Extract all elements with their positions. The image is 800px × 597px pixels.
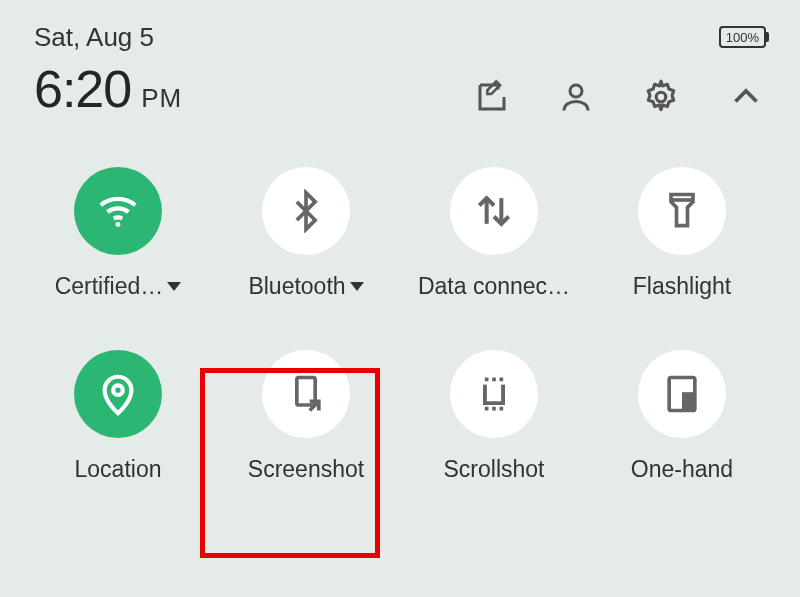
svg-point-2 [116,222,121,227]
tile-label: Bluetooth [248,273,363,300]
svg-point-4 [113,385,123,395]
tile-flashlight[interactable]: Flashlight [588,167,776,300]
tile-bluetooth[interactable]: Bluetooth [212,167,400,300]
date-time: Sat, Aug 5 6:20 PM [34,22,182,119]
time-row: 6:20 PM [34,59,182,119]
gear-icon[interactable] [642,78,680,116]
tile-location[interactable]: Location [24,350,212,483]
quick-tiles: Certified… Bluetooth Data connec… Flashl… [0,119,800,483]
tile-label: Scrollshot [444,456,545,483]
profile-icon[interactable] [558,79,594,115]
header-actions [474,78,764,116]
scrollshot-icon [450,350,538,438]
chevron-up-icon[interactable] [728,79,764,115]
tile-onehand[interactable]: One-hand [588,350,776,483]
data-icon [450,167,538,255]
battery-text: 100% [726,30,759,45]
chevron-down-icon [350,282,364,291]
tile-scrollshot[interactable]: Scrollshot [400,350,588,483]
svg-rect-9 [682,392,695,410]
tile-data[interactable]: Data connec… [400,167,588,300]
tile-label: Flashlight [633,273,731,300]
ampm-label: PM [141,83,182,114]
wifi-icon [74,167,162,255]
onehand-icon [638,350,726,438]
battery-indicator: 100% [719,26,766,48]
tile-label: Location [75,456,162,483]
tile-screenshot[interactable]: Screenshot [212,350,400,483]
tile-label: Data connec… [418,273,570,300]
bluetooth-icon [262,167,350,255]
chevron-down-icon [167,282,181,291]
screenshot-icon [262,350,350,438]
svg-point-1 [656,92,666,102]
date-label: Sat, Aug 5 [34,22,182,53]
tile-label: Screenshot [248,456,364,483]
flashlight-icon [638,167,726,255]
tile-label: Certified… [55,273,182,300]
tile-label: One-hand [631,456,733,483]
tile-wifi[interactable]: Certified… [24,167,212,300]
svg-point-0 [570,85,582,97]
location-icon [74,350,162,438]
edit-icon[interactable] [474,79,510,115]
time-label: 6:20 [34,59,131,119]
